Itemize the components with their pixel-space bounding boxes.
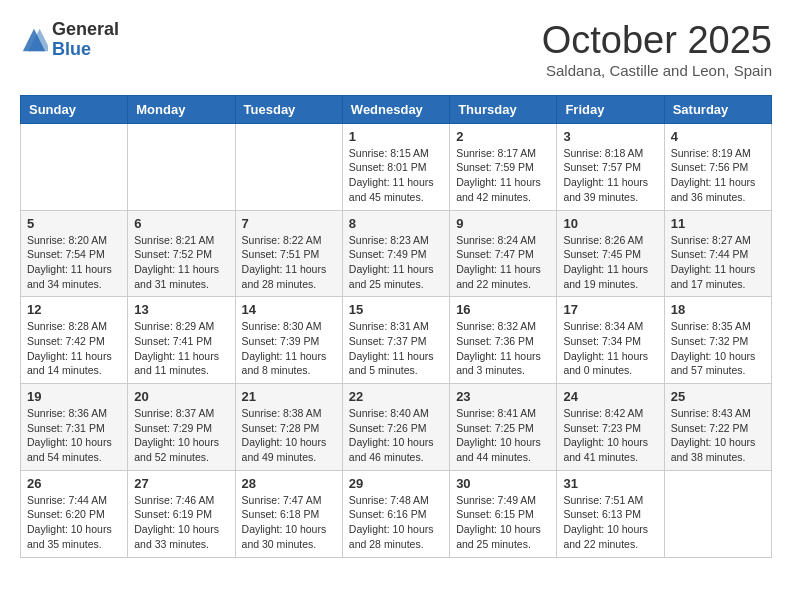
- day-cell: 17Sunrise: 8:34 AMSunset: 7:34 PMDayligh…: [557, 297, 664, 384]
- day-info: Sunrise: 8:32 AMSunset: 7:36 PMDaylight:…: [456, 319, 550, 378]
- day-info: Sunrise: 8:17 AMSunset: 7:59 PMDaylight:…: [456, 146, 550, 205]
- day-number: 22: [349, 389, 443, 404]
- day-cell: 13Sunrise: 8:29 AMSunset: 7:41 PMDayligh…: [128, 297, 235, 384]
- day-cell: 20Sunrise: 8:37 AMSunset: 7:29 PMDayligh…: [128, 384, 235, 471]
- day-number: 11: [671, 216, 765, 231]
- weekday-header-saturday: Saturday: [664, 95, 771, 123]
- day-number: 12: [27, 302, 121, 317]
- day-info: Sunrise: 8:40 AMSunset: 7:26 PMDaylight:…: [349, 406, 443, 465]
- day-number: 3: [563, 129, 657, 144]
- day-cell: 10Sunrise: 8:26 AMSunset: 7:45 PMDayligh…: [557, 210, 664, 297]
- day-cell: 3Sunrise: 8:18 AMSunset: 7:57 PMDaylight…: [557, 123, 664, 210]
- day-cell: 14Sunrise: 8:30 AMSunset: 7:39 PMDayligh…: [235, 297, 342, 384]
- week-row-5: 26Sunrise: 7:44 AMSunset: 6:20 PMDayligh…: [21, 470, 772, 557]
- day-cell: 24Sunrise: 8:42 AMSunset: 7:23 PMDayligh…: [557, 384, 664, 471]
- weekday-header-thursday: Thursday: [450, 95, 557, 123]
- day-number: 30: [456, 476, 550, 491]
- day-info: Sunrise: 8:41 AMSunset: 7:25 PMDaylight:…: [456, 406, 550, 465]
- day-info: Sunrise: 8:23 AMSunset: 7:49 PMDaylight:…: [349, 233, 443, 292]
- day-info: Sunrise: 8:38 AMSunset: 7:28 PMDaylight:…: [242, 406, 336, 465]
- day-info: Sunrise: 7:47 AMSunset: 6:18 PMDaylight:…: [242, 493, 336, 552]
- day-info: Sunrise: 7:51 AMSunset: 6:13 PMDaylight:…: [563, 493, 657, 552]
- day-info: Sunrise: 8:15 AMSunset: 8:01 PMDaylight:…: [349, 146, 443, 205]
- day-number: 7: [242, 216, 336, 231]
- week-row-1: 1Sunrise: 8:15 AMSunset: 8:01 PMDaylight…: [21, 123, 772, 210]
- day-cell: 26Sunrise: 7:44 AMSunset: 6:20 PMDayligh…: [21, 470, 128, 557]
- page-header: General Blue October 2025 Saldana, Casti…: [20, 20, 772, 79]
- location-title: Saldana, Castille and Leon, Spain: [542, 62, 772, 79]
- day-cell: 7Sunrise: 8:22 AMSunset: 7:51 PMDaylight…: [235, 210, 342, 297]
- day-info: Sunrise: 8:31 AMSunset: 7:37 PMDaylight:…: [349, 319, 443, 378]
- logo: General Blue: [20, 20, 119, 60]
- day-number: 4: [671, 129, 765, 144]
- day-number: 21: [242, 389, 336, 404]
- day-info: Sunrise: 8:18 AMSunset: 7:57 PMDaylight:…: [563, 146, 657, 205]
- day-cell: 1Sunrise: 8:15 AMSunset: 8:01 PMDaylight…: [342, 123, 449, 210]
- day-number: 2: [456, 129, 550, 144]
- day-number: 16: [456, 302, 550, 317]
- day-cell: 2Sunrise: 8:17 AMSunset: 7:59 PMDaylight…: [450, 123, 557, 210]
- day-number: 5: [27, 216, 121, 231]
- day-cell: [21, 123, 128, 210]
- day-cell: 30Sunrise: 7:49 AMSunset: 6:15 PMDayligh…: [450, 470, 557, 557]
- day-cell: 8Sunrise: 8:23 AMSunset: 7:49 PMDaylight…: [342, 210, 449, 297]
- day-number: 28: [242, 476, 336, 491]
- weekday-header-tuesday: Tuesday: [235, 95, 342, 123]
- day-info: Sunrise: 8:24 AMSunset: 7:47 PMDaylight:…: [456, 233, 550, 292]
- day-cell: 27Sunrise: 7:46 AMSunset: 6:19 PMDayligh…: [128, 470, 235, 557]
- day-number: 13: [134, 302, 228, 317]
- day-info: Sunrise: 8:43 AMSunset: 7:22 PMDaylight:…: [671, 406, 765, 465]
- day-info: Sunrise: 7:44 AMSunset: 6:20 PMDaylight:…: [27, 493, 121, 552]
- day-info: Sunrise: 8:28 AMSunset: 7:42 PMDaylight:…: [27, 319, 121, 378]
- day-info: Sunrise: 8:42 AMSunset: 7:23 PMDaylight:…: [563, 406, 657, 465]
- day-cell: 31Sunrise: 7:51 AMSunset: 6:13 PMDayligh…: [557, 470, 664, 557]
- logo-general-text: General: [52, 20, 119, 40]
- day-number: 1: [349, 129, 443, 144]
- day-cell: 11Sunrise: 8:27 AMSunset: 7:44 PMDayligh…: [664, 210, 771, 297]
- day-number: 15: [349, 302, 443, 317]
- day-cell: 4Sunrise: 8:19 AMSunset: 7:56 PMDaylight…: [664, 123, 771, 210]
- day-info: Sunrise: 8:29 AMSunset: 7:41 PMDaylight:…: [134, 319, 228, 378]
- day-info: Sunrise: 8:22 AMSunset: 7:51 PMDaylight:…: [242, 233, 336, 292]
- weekday-header-friday: Friday: [557, 95, 664, 123]
- week-row-3: 12Sunrise: 8:28 AMSunset: 7:42 PMDayligh…: [21, 297, 772, 384]
- day-number: 10: [563, 216, 657, 231]
- day-info: Sunrise: 8:30 AMSunset: 7:39 PMDaylight:…: [242, 319, 336, 378]
- day-cell: 16Sunrise: 8:32 AMSunset: 7:36 PMDayligh…: [450, 297, 557, 384]
- day-info: Sunrise: 7:49 AMSunset: 6:15 PMDaylight:…: [456, 493, 550, 552]
- day-cell: 5Sunrise: 8:20 AMSunset: 7:54 PMDaylight…: [21, 210, 128, 297]
- title-area: October 2025 Saldana, Castille and Leon,…: [542, 20, 772, 79]
- month-title: October 2025: [542, 20, 772, 62]
- day-info: Sunrise: 8:27 AMSunset: 7:44 PMDaylight:…: [671, 233, 765, 292]
- day-cell: 9Sunrise: 8:24 AMSunset: 7:47 PMDaylight…: [450, 210, 557, 297]
- day-cell: 29Sunrise: 7:48 AMSunset: 6:16 PMDayligh…: [342, 470, 449, 557]
- day-info: Sunrise: 8:20 AMSunset: 7:54 PMDaylight:…: [27, 233, 121, 292]
- day-cell: 12Sunrise: 8:28 AMSunset: 7:42 PMDayligh…: [21, 297, 128, 384]
- day-number: 23: [456, 389, 550, 404]
- day-cell: 6Sunrise: 8:21 AMSunset: 7:52 PMDaylight…: [128, 210, 235, 297]
- day-info: Sunrise: 8:21 AMSunset: 7:52 PMDaylight:…: [134, 233, 228, 292]
- day-number: 20: [134, 389, 228, 404]
- day-number: 19: [27, 389, 121, 404]
- logo-text: General Blue: [52, 20, 119, 60]
- week-row-4: 19Sunrise: 8:36 AMSunset: 7:31 PMDayligh…: [21, 384, 772, 471]
- day-number: 27: [134, 476, 228, 491]
- day-info: Sunrise: 8:36 AMSunset: 7:31 PMDaylight:…: [27, 406, 121, 465]
- day-info: Sunrise: 8:26 AMSunset: 7:45 PMDaylight:…: [563, 233, 657, 292]
- day-number: 26: [27, 476, 121, 491]
- weekday-header-sunday: Sunday: [21, 95, 128, 123]
- day-info: Sunrise: 7:46 AMSunset: 6:19 PMDaylight:…: [134, 493, 228, 552]
- day-info: Sunrise: 8:35 AMSunset: 7:32 PMDaylight:…: [671, 319, 765, 378]
- day-cell: 15Sunrise: 8:31 AMSunset: 7:37 PMDayligh…: [342, 297, 449, 384]
- day-number: 29: [349, 476, 443, 491]
- day-cell: 25Sunrise: 8:43 AMSunset: 7:22 PMDayligh…: [664, 384, 771, 471]
- day-info: Sunrise: 8:19 AMSunset: 7:56 PMDaylight:…: [671, 146, 765, 205]
- day-cell: [235, 123, 342, 210]
- day-number: 17: [563, 302, 657, 317]
- day-number: 24: [563, 389, 657, 404]
- day-cell: 21Sunrise: 8:38 AMSunset: 7:28 PMDayligh…: [235, 384, 342, 471]
- day-info: Sunrise: 7:48 AMSunset: 6:16 PMDaylight:…: [349, 493, 443, 552]
- day-number: 14: [242, 302, 336, 317]
- day-number: 31: [563, 476, 657, 491]
- day-number: 18: [671, 302, 765, 317]
